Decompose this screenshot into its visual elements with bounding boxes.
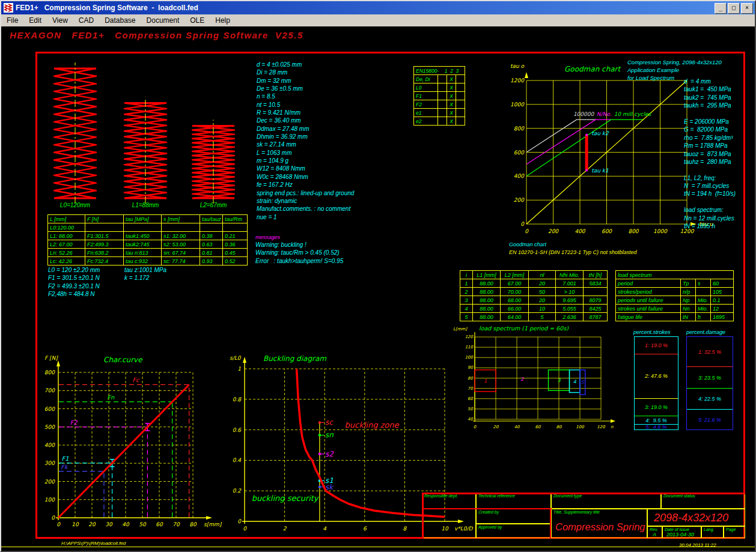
table-cell: s	[696, 279, 711, 288]
table-cell: 0.81	[200, 249, 223, 257]
table-cell: 88.00	[473, 305, 501, 313]
table-cell: EN15800- 1 2 3	[414, 67, 465, 75]
material-line: tauk1 = 450 MPa	[684, 86, 736, 94]
table-cell: 20	[529, 296, 556, 305]
table-cell: tau n:813	[124, 249, 162, 257]
sheet-border-line	[1, 547, 756, 547]
tolerance-line: F2,48h = 484.8 N	[48, 291, 100, 299]
parameter-line: sk = 27.14 mm	[257, 141, 354, 149]
svg-text:30: 30	[105, 521, 113, 527]
table-cell: 2	[460, 288, 473, 296]
table-cell: L [mm]	[48, 215, 85, 223]
table-cell: 20	[529, 279, 556, 288]
table-cell: s1: 32.00	[162, 232, 200, 240]
table-cell: F1	[414, 92, 438, 100]
table-cell: L0:120.00	[48, 223, 85, 232]
parameter-line: nue = 1	[257, 214, 354, 222]
maximize-button[interactable]: □	[728, 3, 740, 14]
parameter-line: n = 8.5	[257, 93, 354, 101]
svg-text:40: 40	[514, 425, 520, 429]
allowable-line: k = 1.172	[124, 274, 166, 282]
titleblock-label: Created by	[478, 510, 499, 514]
table-cell: 68.00	[501, 296, 529, 305]
table-cell: tau c:932	[124, 257, 162, 265]
table-cell: strokes/period	[616, 288, 681, 296]
menu-document[interactable]: Document	[141, 15, 185, 26]
app-window: FED1+ Compression Spring Software - load…	[0, 0, 756, 552]
table-cell: Nn	[681, 305, 696, 313]
table-cell: De, Di	[414, 75, 438, 83]
table-cell: tauk2:745	[124, 240, 162, 249]
menu-cad[interactable]: CAD	[73, 15, 99, 26]
svg-text:s2: s2	[325, 450, 334, 458]
table-cell: 0.63	[200, 240, 223, 249]
close-button[interactable]: ×	[741, 3, 753, 14]
titleblock-label: Document type	[553, 494, 582, 498]
table-cell: 5	[460, 313, 473, 321]
table-cell: 8425	[584, 305, 608, 313]
material-line: N = 7 mill.cycles	[684, 183, 736, 190]
percent-damage-title: percent.damage	[686, 329, 725, 335]
characteristic-curve-chart: 0102030405060708001002003004005006007008…	[43, 353, 224, 542]
table-cell	[223, 223, 248, 232]
material-line: tauoz = 873 MPa	[684, 151, 736, 159]
table-cell: Nhi Mio.	[556, 271, 584, 279]
percent-segment-label: 1: 32.5 %	[698, 349, 721, 355]
table-cell: tN [h]	[584, 271, 608, 279]
menu-edit[interactable]: Edit	[23, 15, 47, 26]
project-note-line: Compression Spring, 2098-4x32x120	[627, 59, 722, 67]
table-cell	[584, 288, 608, 296]
table-cell: > 10	[556, 288, 584, 296]
menu-view[interactable]: View	[47, 15, 73, 26]
table-cell: Mio.	[696, 296, 711, 305]
spring-length-label: L2=67mm	[186, 202, 240, 208]
spring-parameters: d = 4 ±0.025 mmDi = 28 mmDm = 32 mmDe = …	[257, 61, 354, 222]
project-note-line: Application Example	[627, 67, 722, 74]
menu-file[interactable]: File	[1, 15, 23, 26]
table-cell: L0	[414, 83, 438, 92]
table-cell: e2	[414, 117, 438, 126]
svg-text:0: 0	[56, 521, 61, 527]
percent-strokes-title: percent.strokes	[633, 329, 671, 335]
svg-text:0.6: 0.6	[233, 427, 242, 433]
table-cell: X	[447, 117, 456, 126]
svg-text:buckling zone: buckling zone	[345, 420, 400, 429]
goodman-series-10-mill-cycles	[526, 120, 643, 176]
table-cell: tau/tauz	[200, 215, 223, 223]
table-cell: F [N]	[85, 215, 124, 223]
table-cell: period	[616, 279, 681, 288]
percent-segment-label: 1: 19.0 %	[645, 342, 668, 348]
svg-text:1000: 1000	[510, 102, 525, 108]
svg-text:100000: 100000	[573, 111, 595, 117]
percent-segment: 3: 23.5 %	[687, 367, 733, 389]
svg-text:0: 0	[243, 526, 247, 532]
menu-ole[interactable]: OLE	[184, 15, 210, 26]
menu-database[interactable]: Database	[99, 15, 141, 26]
table-cell	[162, 223, 200, 232]
svg-text:tau k1: tau k1	[591, 168, 609, 174]
svg-text:2: 2	[520, 377, 524, 382]
table-cell: 60	[711, 279, 734, 288]
titleblock-label: Date of issue	[665, 527, 689, 532]
table-cell	[456, 100, 465, 109]
table-cell	[438, 83, 447, 92]
svg-text:110: 110	[465, 345, 474, 350]
table-cell: F1:301.5	[85, 232, 124, 240]
message-line: Error : taukh>tauhperm! S=0.95	[255, 258, 343, 265]
svg-text:3: 3	[557, 378, 561, 383]
svg-text:F2: F2	[70, 419, 78, 426]
app-icon[interactable]	[4, 3, 13, 13]
titleblock-cell	[422, 509, 476, 538]
material-line: tN = 1895 h	[684, 223, 736, 231]
titleblock-label: Technical reference	[478, 494, 515, 498]
titleblock-label: Lang.	[704, 527, 715, 532]
svg-text:800: 800	[628, 228, 639, 234]
table-cell	[438, 109, 447, 117]
parameter-line: Dec = 36.40 mm	[257, 117, 354, 125]
spring-rate-line	[58, 384, 189, 518]
minimize-button[interactable]: _	[715, 3, 727, 14]
menu-help[interactable]: Help	[210, 15, 236, 26]
svg-text:N/No.: N/No.	[597, 111, 612, 117]
table-cell: s [mm]	[162, 215, 200, 223]
svg-text:10: 10	[72, 521, 79, 527]
